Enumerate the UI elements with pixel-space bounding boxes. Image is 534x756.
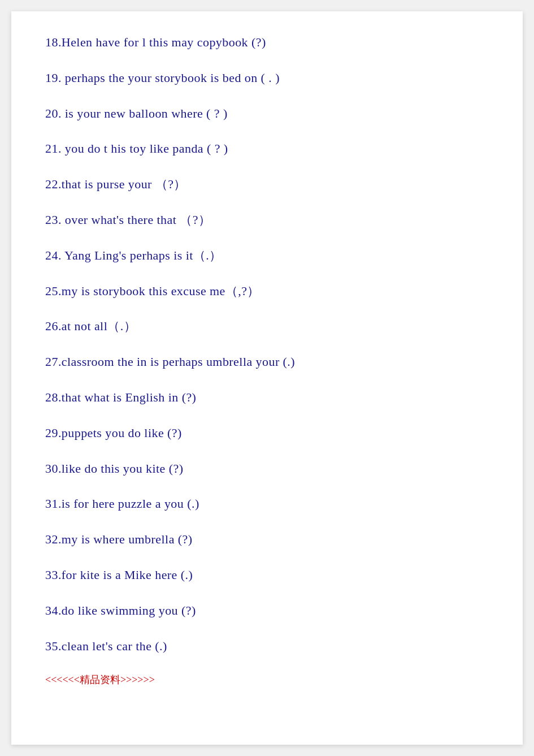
page: 18.Helen have for l this may copybook (?… [11,11,523,745]
footer-label: <<<<<<精品资料>>>>>> [45,673,489,686]
exercise-item-21: 21. you do t his toy like panda ( ? ) [45,140,489,158]
exercise-item-26: 26.at not all（.） [45,318,489,335]
exercise-item-18: 18.Helen have for l this may copybook (?… [45,34,489,51]
exercise-item-22: 22.that is purse your （?） [45,176,489,193]
exercise-item-31: 31.is for here puzzle a you (.) [45,495,489,513]
exercise-item-27: 27.classroom the in is perhaps umbrella … [45,353,489,371]
exercise-item-33: 33.for kite is a Mike here (.) [45,567,489,584]
exercise-item-34: 34.do like swimming you (?) [45,602,489,620]
exercise-item-19: 19. perhaps the your storybook is bed on… [45,70,489,87]
exercises-list: 18.Helen have for l this may copybook (?… [45,34,489,655]
exercise-item-32: 32.my is where umbrella (?) [45,531,489,548]
exercise-item-29: 29.puppets you do like (?) [45,425,489,442]
exercise-item-25: 25.my is storybook this excuse me（,?） [45,283,489,300]
exercise-item-28: 28.that what is English in (?) [45,389,489,407]
exercise-item-20: 20. is your new balloon where ( ? ) [45,105,489,123]
exercise-item-35: 35.clean let's car the (.) [45,638,489,655]
exercise-item-30: 30.like do this you kite (?) [45,460,489,478]
exercise-item-23: 23. over what's there that （?） [45,211,489,229]
exercise-item-24: 24. Yang Ling's perhaps is it（.） [45,247,489,265]
